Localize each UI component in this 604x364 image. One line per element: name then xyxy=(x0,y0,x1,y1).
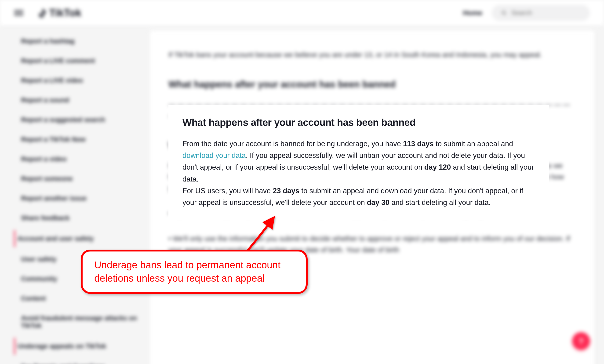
sidebar-item[interactable]: Report a TikTok Now xyxy=(14,131,145,148)
annotation-text: Underage bans lead to permanent account … xyxy=(94,259,294,285)
sidebar-section-account-safety[interactable]: Account and user safety xyxy=(14,230,145,247)
sidebar-item[interactable]: Report a sound xyxy=(14,92,145,109)
sidebar-item[interactable]: Avoid fraudulent message attacks on TikT… xyxy=(14,310,145,334)
sidebar-nav: Report a hashtag Report a LIVE comment R… xyxy=(9,26,150,364)
nav-home[interactable]: Home xyxy=(463,9,482,17)
highlighted-article-section: What happens after your account has been… xyxy=(168,105,549,220)
question-mark-icon: ? xyxy=(579,337,584,346)
section-heading-ban-consequences: What happens after your account has been… xyxy=(182,117,535,128)
annotation-callout: Underage bans lead to permanent account … xyxy=(81,250,308,294)
search-box[interactable] xyxy=(492,5,590,21)
page-header: TikTok Home xyxy=(0,0,604,26)
sidebar-item[interactable]: Report a LIVE video xyxy=(14,72,145,89)
sidebar-item[interactable]: Report a hashtag xyxy=(14,33,145,50)
sidebar-item[interactable]: Report a suggested search xyxy=(14,111,145,128)
sidebar-item[interactable]: Report a LIVE comment xyxy=(14,52,145,69)
sidebar-item[interactable]: Report someone xyxy=(14,170,145,187)
download-data-link[interactable]: download your data xyxy=(182,151,246,160)
intro-paragraph: If TikTok bans your account because we b… xyxy=(168,49,576,60)
tiktok-note-icon xyxy=(38,8,47,18)
tiktok-logo[interactable]: TikTok xyxy=(38,7,81,19)
help-fab[interactable]: ? xyxy=(572,332,590,350)
section-body: From the date your account is banned for… xyxy=(182,138,535,208)
svg-point-0 xyxy=(502,11,505,14)
sidebar-item[interactable]: For Parents and Guardians xyxy=(14,358,145,364)
search-icon xyxy=(501,10,507,16)
hamburger-menu-icon[interactable] xyxy=(14,8,23,18)
sidebar-item[interactable]: Share feedback xyxy=(14,210,145,226)
search-input[interactable] xyxy=(511,9,569,17)
sidebar-section-underage-appeals[interactable]: Underage appeals on TikTok xyxy=(14,338,145,355)
sidebar-item[interactable]: Report another issue xyxy=(14,190,145,207)
section-heading-blurred: What happens after your account has been… xyxy=(168,79,576,90)
sidebar-item[interactable]: Report a video xyxy=(14,151,145,167)
